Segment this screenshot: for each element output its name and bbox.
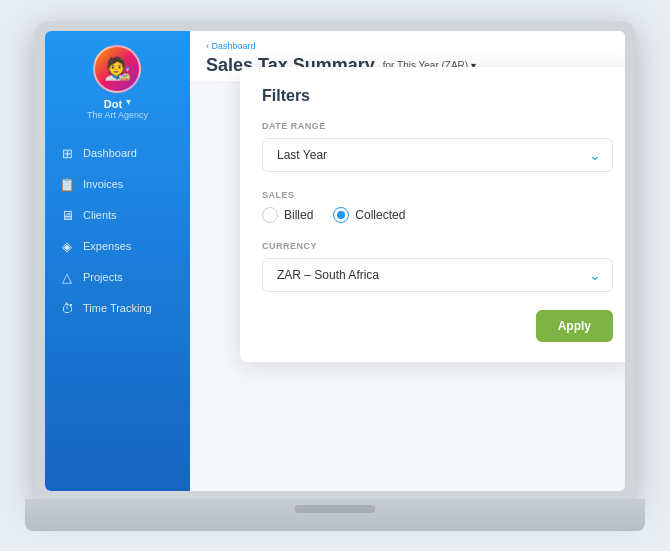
- radio-collected-button[interactable]: [333, 207, 349, 223]
- sidebar-item-label: Invoices: [83, 178, 123, 190]
- filter-panel-title: Filters: [262, 87, 613, 105]
- sidebar-item-label: Dashboard: [83, 147, 137, 159]
- currency-select[interactable]: ZAR – South Africa: [262, 258, 613, 292]
- sidebar-item-projects[interactable]: △ Projects: [45, 262, 190, 293]
- sidebar: 🧑‍🎨 Dot ▾ The Art Agency ⊞ Dashboard 📋 I…: [45, 31, 190, 491]
- user-name: Dot: [104, 98, 122, 110]
- sales-label: SALES: [262, 190, 613, 200]
- radio-collected-label: Collected: [355, 208, 405, 222]
- dashboard-icon: ⊞: [59, 146, 75, 161]
- chevron-down-icon: ▾: [126, 96, 131, 107]
- currency-select-wrapper: ZAR – South Africa ⌄: [262, 258, 613, 292]
- apply-button[interactable]: Apply: [536, 310, 613, 342]
- avatar: 🧑‍🎨: [93, 45, 141, 93]
- sidebar-item-label: Clients: [83, 209, 117, 221]
- user-profile[interactable]: 🧑‍🎨 Dot ▾ The Art Agency: [87, 45, 148, 120]
- sidebar-item-clients[interactable]: 🖥 Clients: [45, 200, 190, 231]
- radio-billed[interactable]: Billed: [262, 207, 313, 223]
- sales-radio-group: Billed Collected: [262, 207, 613, 223]
- radio-billed-button[interactable]: [262, 207, 278, 223]
- laptop-base: [25, 499, 645, 531]
- sidebar-item-time-tracking[interactable]: ⏱ Time Tracking: [45, 293, 190, 324]
- radio-billed-label: Billed: [284, 208, 313, 222]
- sidebar-item-invoices[interactable]: 📋 Invoices: [45, 169, 190, 200]
- radio-collected[interactable]: Collected: [333, 207, 405, 223]
- currency-label: CURRENCY: [262, 241, 613, 251]
- sidebar-item-label: Projects: [83, 271, 123, 283]
- main-content: Dashboard Sales Tax Summary for This Yea…: [190, 31, 625, 491]
- time-tracking-icon: ⏱: [59, 301, 75, 316]
- filter-panel: Filters DATE RANGE Last Year ⌄ SALES: [240, 67, 625, 362]
- sidebar-item-label: Expenses: [83, 240, 131, 252]
- date-range-select[interactable]: Last Year: [262, 138, 613, 172]
- user-agency: The Art Agency: [87, 110, 148, 120]
- date-range-label: DATE RANGE: [262, 121, 613, 131]
- breadcrumb[interactable]: Dashboard: [206, 41, 609, 51]
- sidebar-item-dashboard[interactable]: ⊞ Dashboard: [45, 138, 190, 169]
- invoices-icon: 📋: [59, 177, 75, 192]
- clients-icon: 🖥: [59, 208, 75, 223]
- sidebar-item-label: Time Tracking: [83, 302, 152, 314]
- sidebar-item-expenses[interactable]: ◈ Expenses: [45, 231, 190, 262]
- radio-collected-indicator: [337, 211, 345, 219]
- projects-icon: △: [59, 270, 75, 285]
- expenses-icon: ◈: [59, 239, 75, 254]
- date-range-select-wrapper: Last Year ⌄: [262, 138, 613, 172]
